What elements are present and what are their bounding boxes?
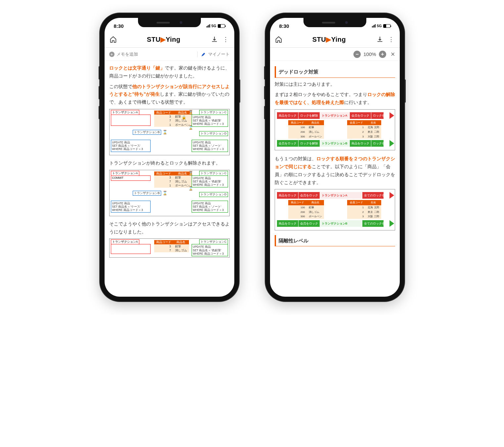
tx-d-label: トランザクションD — [199, 192, 228, 197]
battery-icon — [383, 24, 390, 28]
product-mini-table: 商品コード商品名100鉛筆200消しゴム300ボールペン — [288, 200, 324, 219]
hourglass-icon — [162, 130, 166, 134]
phone-right: 8:30 5G STU▶Ying ⋮ − 100% + × デッドロック対策 対… — [265, 13, 404, 301]
transaction-diagram: トランザクションA 商品コード商品名3鉛筆7消しゴム トランザクションC UPD… — [109, 238, 230, 258]
zoom-in-button[interactable]: + — [379, 51, 386, 58]
app-title: STU▶Ying — [286, 35, 373, 43]
signal-icon — [206, 24, 210, 27]
network-label: 5G — [211, 24, 216, 28]
flow-tables: 商品コード商品名100鉛筆200消しゴム300ボールペン 会員コード名前1北海 … — [277, 120, 393, 139]
tx-d-box: UPDATE 商品 SET 商品名 = 'ノート' WHERE 商品コード = … — [192, 140, 228, 152]
add-memo-button[interactable]: +メモを追加 — [109, 51, 138, 57]
flow-row-a: 商品をロック会員をロックトランザクションA全てのロックを解除 — [277, 192, 393, 199]
plus-icon: + — [109, 52, 115, 57]
screen: 8:30 5G STU▶Ying ⋮ +メモを追加 マイノート ロックとは文字通… — [105, 18, 234, 297]
paragraph: トランザクションが終わるとロックも解除されます。 — [109, 159, 230, 167]
member-mini-table: 会員コード名前1北海 太郎2東京 二郎3大阪 三郎 — [347, 120, 381, 139]
screen: 8:30 5G STU▶Ying ⋮ − 100% + × デッドロック対策 対… — [270, 18, 400, 297]
paragraph: もう１つの対策は、ロックする順番を２つのトランザクションで同じにすることです。以… — [275, 155, 395, 186]
tx-a-box: COMMIT — [111, 175, 151, 181]
paragraph: この状態で他のトランザクションが該当行にアクセスしようとすると"待ち"が発生しま… — [109, 83, 230, 106]
hourglass-icon — [162, 191, 166, 195]
transaction-diagram: トランザクションA COMMIT 商品コード商品名3鉛筆7消しゴム1ボールペン … — [109, 170, 230, 216]
section-heading: デッドロック対策 — [275, 66, 395, 78]
tx-a-label: トランザクションA — [111, 110, 139, 115]
app-title: STU▶Ying — [120, 35, 207, 43]
tx-a-label: トランザクションA — [111, 239, 139, 244]
notch — [138, 18, 201, 27]
phone-left: 8:30 5G STU▶Ying ⋮ +メモを追加 マイノート ロックとは文字通… — [100, 13, 239, 301]
flow-diagram: 商品をロック会員をロックトランザクションA全てのロックを解除 商品コード商品名1… — [275, 189, 395, 230]
status-right: 5G — [372, 24, 390, 28]
paragraph: まずは２相ロックをやめることです。つまりロックの解除を最後ではなく、処理を終えた… — [275, 91, 395, 107]
transaction-diagram: トランザクションA 商品コード商品名3鉛筆7消しゴム1ボールペン 🔒 トランザク… — [109, 109, 230, 155]
paragraph: そこでようやく他のトランザクションはアクセスできるようになりました。 — [109, 220, 230, 236]
download-icon[interactable] — [210, 35, 218, 43]
member-mini-table: 会員コード名前1北海 太郎2東京 二郎3大阪 三郎 — [347, 200, 381, 219]
more-icon[interactable]: ⋮ — [387, 35, 395, 43]
home-icon[interactable] — [275, 35, 283, 43]
paragraph: ロックとは文字通り「鍵」です。家の鍵を掛けるように、商品コードが３の行に鍵がかか… — [109, 64, 230, 80]
more-icon[interactable]: ⋮ — [222, 35, 230, 43]
download-icon[interactable] — [376, 35, 384, 43]
tx-d-label: トランザクションD — [199, 131, 228, 136]
tx-b-label: トランザクションB — [133, 130, 161, 135]
status-right: 5G — [206, 24, 225, 28]
tx-b-label: トランザクションB — [133, 191, 161, 196]
battery-icon — [218, 24, 225, 28]
content[interactable]: ロックとは文字通り「鍵」です。家の鍵を掛けるように、商品コードが３の行に鍵がかか… — [105, 61, 234, 297]
zoom-level: 100% — [363, 51, 376, 57]
my-note-button[interactable]: マイノート — [197, 51, 230, 57]
tx-c-box: UPDATE 商品 SET 商品名 = '色鉛筆' WHERE 商品コード = … — [192, 175, 228, 188]
zoom-out-button[interactable]: − — [353, 51, 361, 58]
tx-d-box: UPDATE 商品 SET 商品名 = 'ノート' WHERE 商品コード = … — [192, 201, 228, 213]
section-heading: 隔離性レベル — [275, 235, 395, 247]
signal-icon — [372, 24, 376, 27]
tx-a-box — [111, 244, 151, 254]
content[interactable]: デッドロック対策 対策には主に２つあります。 まずは２相ロックをやめることです。… — [270, 61, 400, 297]
sub-bar: +メモを追加 マイノート — [105, 48, 234, 61]
paragraph: 対策には主に２つあります。 — [275, 80, 395, 88]
product-table: 商品コード商品名3鉛筆7消しゴム1ボールペン — [154, 172, 192, 188]
hourglass-icon — [188, 171, 192, 175]
hourglass-icon — [188, 110, 192, 115]
lock-icon: 🔒 — [182, 115, 186, 120]
tx-c-box: UPDATE 商品 SET 商品名 = '色鉛筆' WHERE 商品コード = … — [192, 244, 228, 256]
tx-c-box: UPDATE 商品 SET 商品名 = '色鉛筆' WHERE 商品コード = … — [192, 115, 228, 127]
product-table: 商品コード商品名3鉛筆7消しゴム — [154, 240, 189, 252]
clock: 8:30 — [279, 23, 289, 29]
flow-diagram: 商品をロックロックを解除トランザクションA会員をロックロックを解除 商品コード商… — [275, 109, 395, 150]
app-header: STU▶Ying ⋮ — [105, 31, 234, 48]
tx-a-label: トランザクションA — [111, 171, 139, 176]
tx-c-label: トランザクションC — [199, 239, 228, 244]
tx-c-label: トランザクションC — [199, 110, 228, 115]
flow-tables: 商品コード商品名100鉛筆200消しゴム300ボールペン 会員コード名前1北海 … — [277, 200, 393, 219]
flow-row-b: 商品をロック会員をロックトランザクションB全てのロックを解除 — [277, 220, 393, 227]
app-header: STU▶Ying ⋮ — [270, 31, 400, 48]
network-label: 5G — [377, 24, 382, 28]
zoom-bar: − 100% + × — [270, 48, 400, 61]
pen-icon — [202, 52, 206, 57]
tx-c-label: トランザクションC — [199, 171, 228, 176]
tx-a-box — [111, 115, 151, 126]
product-mini-table: 商品コード商品名100鉛筆200消しゴム300ボールペン — [288, 120, 324, 139]
tx-b-box: UPDATE 商品 SET 商品名 = 'ケース' WHERE 商品コード = … — [111, 201, 151, 213]
home-icon[interactable] — [109, 35, 117, 43]
flow-row-a: 商品をロックロックを解除トランザクションA会員をロックロックを解除 — [277, 112, 393, 119]
close-icon[interactable]: × — [391, 50, 395, 59]
tx-b-box: UPDATE 商品 SET 商品名 = 'ケース' WHERE 商品コード = … — [111, 140, 151, 152]
clock: 8:30 — [114, 23, 124, 29]
notch — [303, 18, 366, 27]
flow-row-b: 会員をロックロックを解除トランザクションB商品をロックロックを解除 — [277, 140, 393, 147]
